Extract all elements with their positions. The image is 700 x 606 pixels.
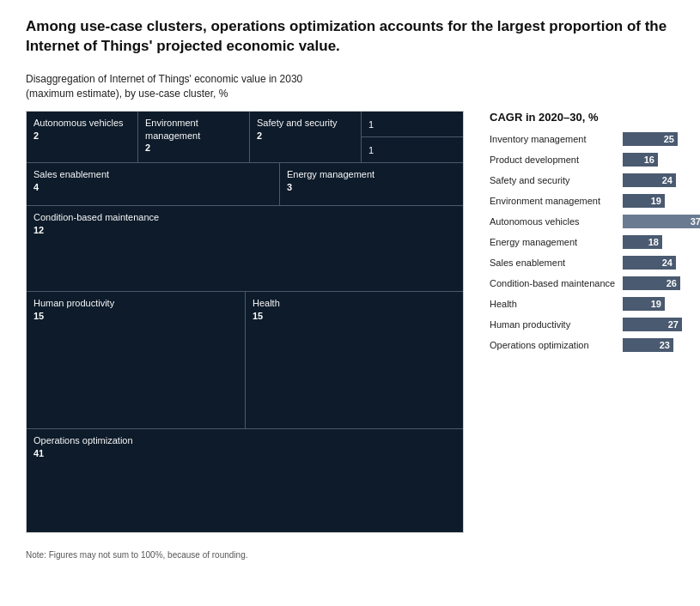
- cagr-title: CAGR in 2020–30, %: [490, 111, 700, 124]
- bar-row: Condition-based maintenance26: [490, 275, 700, 292]
- bar-row: Safety and security24: [490, 172, 700, 189]
- bar-fill: 27: [623, 318, 682, 331]
- tm-safety: Safety and security 2: [250, 112, 362, 162]
- bar-track: 24: [623, 173, 676, 187]
- tm-environment: Environment management 2: [138, 112, 250, 162]
- tm-cbm: Condition-based maintenance 12: [27, 206, 463, 291]
- tm-energy: Energy management 3: [280, 163, 463, 205]
- bar-label: Energy management: [490, 237, 623, 247]
- bar-fill: 19: [623, 297, 665, 311]
- bar-value: 37: [691, 216, 700, 227]
- bar-row: Human productivity27: [490, 316, 700, 333]
- bar-track: 37: [623, 215, 700, 228]
- bar-row: Inventory management25: [490, 130, 700, 148]
- treemap-row4: Human productivity 15 Health 15: [27, 292, 463, 429]
- bar-track: 25: [623, 132, 678, 146]
- bar-fill: 18: [623, 235, 662, 249]
- treemap-row5: Operations optimization 41: [27, 429, 463, 532]
- bar-fill: 23: [623, 338, 673, 352]
- bar-label: Sales enablement: [490, 258, 623, 268]
- bar-value: 26: [667, 278, 677, 288]
- bar-track: 19: [623, 297, 665, 311]
- bar-fill: 37: [623, 215, 700, 228]
- chart-subtitle: Disaggregation of Internet of Things' ec…: [26, 72, 674, 101]
- bar-row: Energy management18: [490, 233, 700, 251]
- bar-track: 27: [623, 318, 682, 331]
- tm-hprod: Human productivity 15: [27, 292, 246, 428]
- treemap-row3: Condition-based maintenance 12: [27, 206, 463, 292]
- bar-label: Safety and security: [490, 175, 623, 185]
- tm-sales: Sales enablement 4: [27, 163, 280, 205]
- bar-row: Health19: [490, 295, 700, 312]
- bar-track: 19: [623, 194, 665, 208]
- bar-label: Human productivity: [490, 319, 623, 330]
- chart-note: Note: Figures may not sum to 100%, becau…: [26, 550, 674, 560]
- cagr-section: CAGR in 2020–30, % Inventory management2…: [490, 111, 700, 357]
- bar-track: 24: [623, 256, 676, 270]
- bar-fill: 24: [623, 256, 676, 270]
- bar-row: Operations optimization23: [490, 336, 700, 354]
- bars-container: Inventory management25Product developmen…: [490, 130, 700, 354]
- bar-value: 16: [644, 155, 654, 165]
- bar-value: 27: [668, 319, 679, 330]
- bar-fill: 24: [623, 173, 676, 187]
- bar-value: 19: [651, 196, 661, 206]
- tm-autonomous: Autonomous vehicles 2: [27, 112, 138, 162]
- tm-health: Health 15: [246, 292, 463, 428]
- bar-label: Environment management: [490, 196, 623, 206]
- bar-track: 26: [623, 276, 680, 290]
- bar-label: Operations optimization: [490, 340, 623, 350]
- bar-value: 24: [662, 258, 673, 268]
- tm-top-right: 1: [362, 112, 463, 137]
- treemap-row2: Sales enablement 4 Energy management 3: [27, 163, 463, 206]
- bar-value: 19: [651, 299, 661, 309]
- bar-value: 25: [664, 134, 674, 144]
- bar-fill: 25: [623, 132, 678, 146]
- bar-row: Autonomous vehicles37: [490, 213, 700, 230]
- bar-label: Product development: [490, 155, 623, 165]
- treemap-section: Autonomous vehicles 2 Environment manage…: [26, 111, 464, 533]
- tm-right-col: 1 1: [362, 112, 463, 162]
- bar-row: Product development16: [490, 151, 700, 168]
- bar-row: Environment management19: [490, 192, 700, 209]
- bar-fill: 26: [623, 276, 680, 290]
- bar-track: 16: [623, 153, 658, 167]
- bar-track: 18: [623, 235, 662, 249]
- tm-bottom-right: 1: [362, 137, 463, 162]
- content-area: Autonomous vehicles 2 Environment manage…: [26, 111, 674, 533]
- bar-value: 18: [648, 237, 659, 247]
- treemap-row1: Autonomous vehicles 2 Environment manage…: [27, 112, 463, 163]
- bar-row: Sales enablement24: [490, 254, 700, 271]
- bar-value: 24: [662, 175, 673, 185]
- bar-fill: 19: [623, 194, 665, 208]
- bar-label: Condition-based maintenance: [490, 278, 623, 288]
- treemap: Autonomous vehicles 2 Environment manage…: [26, 111, 464, 533]
- bar-track: 23: [623, 338, 673, 352]
- bar-value: 23: [660, 340, 670, 350]
- bar-label: Autonomous vehicles: [490, 216, 623, 227]
- bar-label: Inventory management: [490, 134, 623, 144]
- tm-ops: Operations optimization 41: [27, 429, 463, 532]
- bar-label: Health: [490, 299, 623, 309]
- bar-fill: 16: [623, 153, 658, 167]
- main-title: Among use-case clusters, operations opti…: [26, 17, 674, 57]
